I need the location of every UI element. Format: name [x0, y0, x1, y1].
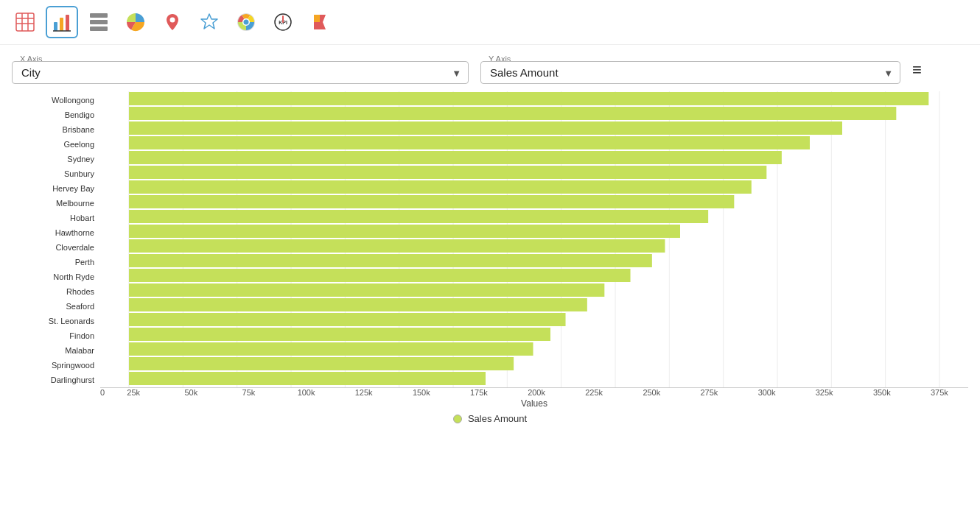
y-label-findon: Findon: [12, 328, 100, 343]
svg-marker-13: [201, 14, 217, 29]
y-label-brisbane: Brisbane: [12, 122, 100, 137]
svg-rect-6: [60, 18, 63, 31]
x-axis-label: Values: [100, 398, 968, 409]
y-label-darlinghurst: Darlinghurst: [12, 373, 100, 387]
y-label-rhodes: Rhodes: [12, 284, 100, 299]
svg-rect-0: [16, 13, 34, 31]
svg-rect-10: [90, 20, 108, 24]
x-tick-25k: 25k: [105, 388, 162, 397]
bar-sunbury: [129, 166, 766, 179]
bar-wollongong: [129, 92, 928, 105]
bar-rhodes: [129, 283, 604, 297]
legend-dot: [453, 415, 462, 423]
y-label-wollongong: Wollongong: [12, 93, 100, 108]
x-axis-ticks: 025k50k75k100k125k150k175k200k225k250k27…: [100, 387, 968, 397]
x-axis-selector: X Axis City ▼: [12, 61, 469, 84]
x-tick-375k: 375k: [911, 388, 968, 397]
bar-sydney: [129, 151, 782, 164]
x-axis-select[interactable]: City: [12, 61, 469, 84]
y-label-seaford: Seaford: [12, 299, 100, 314]
y-label-sydney: Sydney: [12, 152, 100, 166]
bar-geelong: [129, 136, 810, 149]
x-tick-75k: 75k: [220, 388, 277, 397]
flag-icon[interactable]: [304, 6, 336, 38]
chrome-icon[interactable]: [230, 6, 262, 38]
y-label-geelong: Geelong: [12, 137, 100, 152]
y-label-springwood: Springwood: [12, 358, 100, 373]
legend: Sales Amount: [0, 413, 980, 424]
svg-marker-20: [314, 15, 320, 22]
app-container: KPI X Axis City ▼ Y Axis Sales Amount ▼: [0, 0, 980, 424]
pie-chart-icon[interactable]: [119, 6, 152, 38]
bar-seaford: [129, 298, 587, 311]
y-label-st.-leonards: St. Leonards: [12, 314, 100, 328]
bar-chart-icon[interactable]: [46, 6, 78, 38]
x-tick-150k: 150k: [393, 388, 450, 397]
svg-point-12: [170, 18, 175, 23]
bar-bendigo: [129, 107, 896, 120]
y-label-malabar: Malabar: [12, 343, 100, 358]
bar-st.-leonards: [129, 313, 566, 326]
axis-selectors: X Axis City ▼ Y Axis Sales Amount ▼ ≡: [0, 45, 980, 88]
bar-brisbane: [129, 121, 842, 135]
x-tick-225k: 225k: [565, 388, 623, 397]
y-axis-select[interactable]: Sales Amount: [480, 61, 900, 84]
x-tick-175k: 175k: [450, 388, 508, 397]
y-label-sunbury: Sunbury: [12, 166, 100, 181]
toolbar: KPI: [0, 0, 980, 45]
x-tick-325k: 325k: [796, 388, 853, 397]
x-tick-250k: 250k: [623, 388, 680, 397]
svg-rect-9: [90, 13, 108, 18]
y-label-melbourne: Melbourne: [12, 196, 100, 211]
bar-hervey-bay: [129, 180, 752, 194]
gauge-icon[interactable]: KPI: [267, 6, 299, 38]
chart-inner: 025k50k75k100k125k150k175k200k225k250k27…: [100, 91, 968, 409]
y-label-hawthorne: Hawthorne: [12, 225, 100, 240]
y-label-hervey-bay: Hervey Bay: [12, 181, 100, 196]
y-label-hobart: Hobart: [12, 211, 100, 225]
bar-springwood: [129, 357, 514, 370]
table-icon[interactable]: [9, 6, 41, 38]
bar-cloverdale: [129, 239, 665, 253]
svg-rect-11: [90, 27, 108, 31]
x-tick-125k: 125k: [335, 388, 393, 397]
svg-rect-7: [66, 15, 69, 31]
bar-hobart: [129, 210, 708, 223]
x-tick-275k: 275k: [680, 388, 738, 397]
y-label-perth: Perth: [12, 255, 100, 269]
y-label-cloverdale: Cloverdale: [12, 240, 100, 255]
x-tick-300k: 300k: [738, 388, 796, 397]
map-pin-icon[interactable]: [156, 6, 189, 38]
list-icon[interactable]: [83, 6, 115, 38]
bar-north-ryde: [129, 269, 631, 282]
bar-hawthorne: [129, 225, 680, 238]
x-tick-350k: 350k: [853, 388, 911, 397]
svg-rect-5: [54, 22, 57, 31]
legend-label: Sales Amount: [468, 413, 527, 424]
x-tick-50k: 50k: [162, 388, 220, 397]
y-axis-selector: Y Axis Sales Amount ▼: [480, 61, 900, 84]
x-tick-200k: 200k: [508, 388, 565, 397]
bar-melbourne: [129, 195, 734, 208]
y-labels: WollongongBendigoBrisbaneGeelongSydneySu…: [12, 91, 100, 409]
chart-area: WollongongBendigoBrisbaneGeelongSydneySu…: [0, 88, 980, 409]
bar-malabar: [129, 342, 533, 356]
x-tick-100k: 100k: [278, 388, 335, 397]
y-label-north-ryde: North Ryde: [12, 269, 100, 284]
bar-darlinghurst: [129, 372, 486, 385]
y-label-bendigo: Bendigo: [12, 108, 100, 122]
bar-perth: [129, 254, 652, 267]
bar-findon: [129, 328, 550, 341]
svg-point-16: [244, 20, 249, 25]
menu-icon: ≡: [912, 60, 922, 79]
star-icon[interactable]: [193, 6, 225, 38]
menu-button[interactable]: ≡: [912, 60, 922, 84]
